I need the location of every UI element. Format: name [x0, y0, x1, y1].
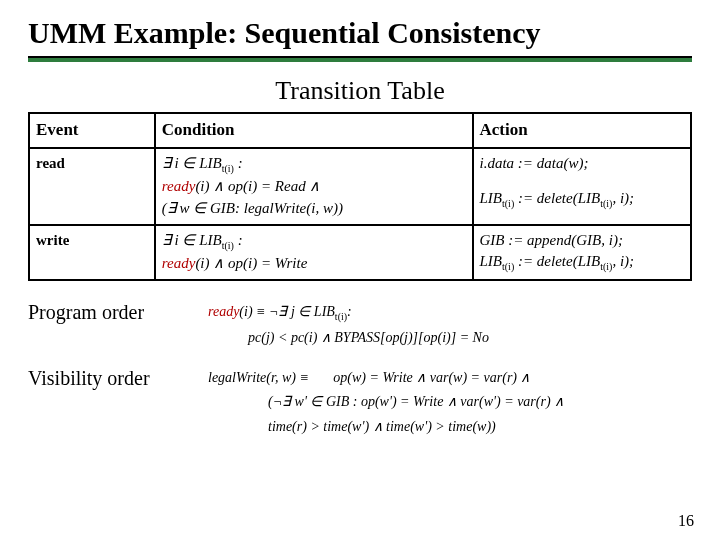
write-cond1a: ∃ i ∈ LIB: [162, 232, 222, 248]
table-row: write ∃ i ∈ LIBt(i) : ready(i) ∧ op(i) =…: [29, 225, 691, 280]
write-act1: GIB := append(GIB, i);: [480, 230, 684, 252]
po-line2: pc(j) < pc(i) ∧ BYPASS[op(j)][op(i)] = N…: [208, 327, 489, 349]
sub-tid: t(i): [502, 198, 514, 209]
write-cond1b: :: [234, 232, 243, 248]
ready-keyword: ready: [208, 304, 239, 319]
header-action: Action: [473, 113, 691, 148]
table-row: read ∃ i ∈ LIBt(i) : ready(i) ∧ op(i) = …: [29, 148, 691, 225]
vo-line3: time(r) > time(w') ∧ time(w') > time(w)): [208, 416, 564, 438]
write-cond2: (i) ∧ op(i) = Write: [195, 255, 307, 271]
table-header-row: Event Condition Action: [29, 113, 691, 148]
subtitle: Transition Table: [28, 76, 692, 106]
sub-tid: t(i): [600, 261, 612, 272]
ready-keyword: ready: [162, 255, 196, 271]
read-cond2: (i) ∧ op(i) = Read ∧: [195, 178, 320, 194]
vo-line2: (¬∃ w' ∈ GIB : op(w') = Write ∧ var(w') …: [208, 391, 564, 413]
event-read: read: [29, 148, 155, 225]
sub-tid: t(i): [222, 240, 234, 251]
page-number: 16: [678, 512, 694, 530]
read-cond1b: :: [234, 155, 243, 171]
sub-tid: t(i): [502, 261, 514, 272]
title-underline: [28, 56, 692, 62]
action-read: i.data := data(w); LIBt(i) := delete(LIB…: [473, 148, 691, 225]
write-act2c: , i);: [612, 253, 634, 269]
visibility-order-def: Visibility order legalWrite(r, w) ≡ op(w…: [28, 367, 692, 440]
vo-line1-lhs: legalWrite(r, w) ≡: [208, 370, 309, 385]
read-act2c: , i);: [612, 190, 634, 206]
read-act2a: LIB: [480, 190, 503, 206]
po-line1-tail: :: [347, 304, 352, 319]
po-line1: (i) ≡ ¬∃ j ∈ LIB: [239, 304, 335, 319]
sub-tid: t(i): [600, 198, 612, 209]
program-order-label: Program order: [28, 301, 208, 324]
read-act1: i.data := data(w);: [480, 153, 684, 175]
sub-tid: t(i): [222, 163, 234, 174]
write-act2b: := delete(LIB: [514, 253, 600, 269]
visibility-order-label: Visibility order: [28, 367, 208, 390]
vo-line1-rhs: op(w) = Write ∧ var(w) = var(r) ∧: [333, 370, 530, 385]
event-write: write: [29, 225, 155, 280]
action-write: GIB := append(GIB, i); LIBt(i) := delete…: [473, 225, 691, 280]
header-event: Event: [29, 113, 155, 148]
read-cond3: (∃ w ∈ GIB: legalWrite(i, w)): [162, 198, 466, 220]
read-act2b: := delete(LIB: [514, 190, 600, 206]
condition-read: ∃ i ∈ LIBt(i) : ready(i) ∧ op(i) = Read …: [155, 148, 473, 225]
sub-tid: t(i): [335, 311, 347, 322]
transition-table: Event Condition Action read ∃ i ∈ LIBt(i…: [28, 112, 692, 281]
program-order-def: Program order ready(i) ≡ ¬∃ j ∈ LIBt(i):…: [28, 301, 692, 351]
ready-keyword: ready: [162, 178, 196, 194]
read-cond1a: ∃ i ∈ LIB: [162, 155, 222, 171]
definitions: Program order ready(i) ≡ ¬∃ j ∈ LIBt(i):…: [28, 301, 692, 440]
header-condition: Condition: [155, 113, 473, 148]
condition-write: ∃ i ∈ LIBt(i) : ready(i) ∧ op(i) = Write: [155, 225, 473, 280]
slide-title: UMM Example: Sequential Consistency: [28, 16, 692, 50]
write-act2a: LIB: [480, 253, 503, 269]
